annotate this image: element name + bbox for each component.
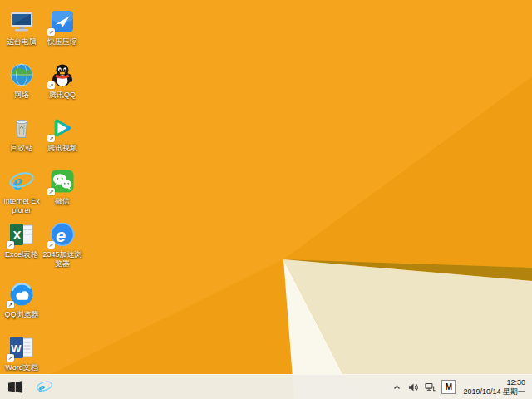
shortcut-arrow-icon: ↗ (7, 354, 14, 362)
windows-logo-icon (7, 379, 23, 395)
shortcut-arrow-icon: ↗ (7, 301, 14, 308)
desktop[interactable]: 这台电脑 ↗ 快压压缩 网络 ↗ 腾讯QQ 回收站 (0, 0, 532, 399)
svg-text:W: W (11, 342, 22, 355)
desktop-icon-word[interactable]: W ↗ Word文档 (2, 334, 42, 372)
desktop-icon-grid: 这台电脑 ↗ 快压压缩 网络 ↗ 腾讯QQ 回收站 (0, 0, 532, 399)
desktop-icon-qq-browser[interactable]: ↗ QQ浏览器 (2, 281, 42, 319)
desktop-icon-this-pc[interactable]: 这台电脑 (2, 8, 42, 47)
desktop-icon-2345-browser[interactable]: e ↗ 2345加速浏览器 (42, 221, 82, 268)
taskbar-pinned-apps: e (30, 375, 58, 399)
computer-icon (8, 8, 35, 35)
system-tray: M 12:30 2019/10/14 星期一 (392, 375, 532, 399)
desktop-icon-label: Excel表格 (2, 250, 42, 259)
globe-icon (8, 62, 35, 88)
recycle-bin-icon (8, 115, 35, 141)
input-method-indicator[interactable]: M (441, 380, 456, 394)
desktop-icon-internet-explorer[interactable]: e Internet Explorer (2, 168, 42, 214)
desktop-icon-network[interactable]: 网络 (2, 62, 42, 100)
desktop-icon-tencent-qq[interactable]: ↗ 腾讯QQ (42, 62, 82, 100)
taskbar-pinned-internet-explorer[interactable]: e (30, 375, 58, 399)
network-button[interactable] (425, 375, 436, 399)
desktop-icon-wechat[interactable]: ↗ 微信 (42, 168, 82, 206)
desktop-icon-label: QQ浏览器 (2, 310, 42, 319)
desktop-icon-kuaiya[interactable]: ↗ 快压压缩 (42, 8, 82, 47)
svg-text:X: X (13, 228, 22, 242)
desktop-icon-excel[interactable]: X ↗ Excel表格 (2, 221, 42, 259)
shortcut-arrow-icon: ↗ (47, 135, 55, 142)
desktop-icon-label: Word文档 (2, 363, 42, 372)
start-button[interactable] (0, 375, 30, 399)
shortcut-arrow-icon: ↗ (47, 241, 55, 249)
clock-time: 12:30 (463, 378, 525, 387)
ie-icon: e (8, 168, 35, 195)
shortcut-arrow-icon: ↗ (7, 241, 14, 249)
taskbar: e M 12:30 2019/10/14 星期一 (0, 374, 532, 399)
desktop-icon-label: 这台电脑 (2, 37, 42, 47)
network-icon (425, 382, 436, 392)
volume-button[interactable] (408, 375, 419, 399)
hiddens-chevron-icon-button[interactable] (392, 375, 402, 399)
tray-icons (392, 375, 436, 399)
shortcut-arrow-icon: ↗ (47, 81, 55, 89)
volume-icon (408, 382, 419, 392)
shortcut-arrow-icon: ↗ (47, 188, 55, 195)
ie-icon: e (36, 378, 53, 396)
desktop-icon-tencent-video[interactable]: ↗ 腾讯视频 (42, 115, 82, 153)
desktop-icon-recycle-bin[interactable]: 回收站 (2, 115, 42, 153)
desktop-icon-label: 快压压缩 (42, 37, 82, 47)
desktop-icon-label: 2345加速浏览器 (42, 250, 82, 268)
desktop-icon-label: 回收站 (2, 144, 42, 153)
desktop-icon-label: Internet Explorer (2, 197, 42, 214)
shortcut-arrow-icon: ↗ (47, 28, 55, 36)
desktop-icon-label: 腾讯QQ (42, 91, 82, 100)
svg-text:e: e (56, 225, 66, 246)
hidden-icons-chevron-icon (392, 382, 402, 392)
desktop-icon-label: 网络 (2, 91, 42, 100)
desktop-icon-label: 微信 (42, 197, 82, 206)
taskbar-clock[interactable]: 12:30 2019/10/14 星期一 (461, 378, 530, 397)
clock-date: 2019/10/14 星期一 (463, 387, 525, 397)
desktop-icon-label: 腾讯视频 (42, 144, 82, 153)
